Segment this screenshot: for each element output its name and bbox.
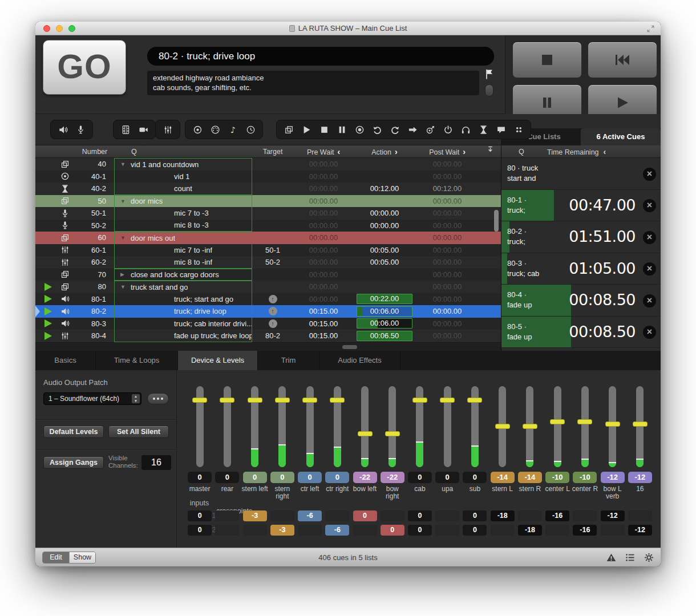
- cue-name-cell[interactable]: ▼door mics out: [114, 232, 252, 244]
- fader-handle[interactable]: [275, 398, 290, 403]
- cue-row-80-4[interactable]: 80-4fade up truck; drive loop80-200:15.0…: [35, 330, 501, 342]
- cue-name-cell[interactable]: truck; drive loop: [114, 305, 252, 318]
- fader-handle[interactable]: [385, 431, 400, 436]
- level-value-chip[interactable]: 0: [215, 472, 239, 483]
- go-button[interactable]: GO: [43, 40, 126, 95]
- assign-gangs-button[interactable]: Assign Gangs: [43, 456, 104, 469]
- active-cue-row[interactable]: 80-3 · truck; cab01:05.00×: [501, 253, 661, 285]
- fader-track[interactable]: [499, 386, 506, 467]
- crosspoint-cell[interactable]: 0: [408, 510, 432, 521]
- cue-row-40-1[interactable]: 40-1vid 100:00.0000:00.00: [35, 171, 501, 183]
- level-value-chip[interactable]: -22: [353, 472, 377, 483]
- crosspoint-cell[interactable]: [435, 510, 459, 521]
- cue-name-cell[interactable]: ▶close and lock cargo doors: [114, 269, 252, 281]
- crosspoint-cell[interactable]: [215, 525, 239, 536]
- fader-handle[interactable]: [633, 422, 648, 427]
- stop-button[interactable]: [512, 42, 582, 78]
- input-level-chip[interactable]: 0: [188, 510, 212, 521]
- input-level-chip[interactable]: 0: [188, 525, 212, 536]
- horizontal-scrollbar[interactable]: [35, 342, 501, 351]
- disclosure-closed-icon[interactable]: ▶: [120, 271, 124, 277]
- fader-handle[interactable]: [523, 424, 537, 429]
- level-value-chip[interactable]: -10: [545, 472, 569, 483]
- fader-handle[interactable]: [412, 398, 427, 403]
- speaker-icon[interactable]: [58, 124, 68, 135]
- redo-icon[interactable]: [390, 124, 400, 135]
- midi-icon[interactable]: [210, 124, 220, 135]
- cue-row-70[interactable]: 70▶close and lock cargo doors00:00.0000:…: [35, 269, 501, 281]
- stop-cue-button[interactable]: ×: [643, 294, 656, 307]
- crosspoint-cell[interactable]: 0: [408, 525, 432, 536]
- tab-active-cues[interactable]: 6 Active Cues: [581, 128, 661, 145]
- level-value-chip[interactable]: -12: [601, 472, 625, 483]
- cue-row-60[interactable]: 60▼door mics out00:00.0000:00.00: [35, 232, 501, 244]
- flag-icon[interactable]: [484, 68, 495, 82]
- cue-name-cell[interactable]: fade up truck; drive loop: [114, 330, 252, 342]
- audio-patch-dropdown[interactable]: 1 – Soundflower (64ch)▲▼: [43, 392, 141, 405]
- fader-handle[interactable]: [467, 398, 482, 403]
- cue-name-cell[interactable]: ▼vid 1 and countdown: [114, 158, 252, 171]
- close-window-button[interactable]: [43, 25, 50, 32]
- stop-cue-button[interactable]: ×: [643, 231, 656, 244]
- cue-name-cell[interactable]: ▼door mics: [114, 195, 252, 208]
- play-icon[interactable]: [301, 124, 311, 135]
- vertical-scrollbar-thumb[interactable]: [494, 210, 499, 232]
- note-icon[interactable]: ♪: [228, 124, 238, 135]
- level-value-chip[interactable]: -10: [573, 472, 597, 483]
- crosspoint-cell[interactable]: -3: [243, 510, 267, 521]
- fader-handle[interactable]: [440, 398, 455, 403]
- crosspoint-cell[interactable]: 0: [463, 525, 487, 536]
- crosspoint-cell[interactable]: -3: [270, 525, 294, 536]
- notes-toggle[interactable]: [485, 84, 493, 96]
- camera-icon[interactable]: [138, 124, 148, 135]
- minimize-window-button[interactable]: [56, 25, 63, 32]
- visible-channels-value[interactable]: 16: [141, 455, 171, 470]
- gear-icon[interactable]: [644, 553, 654, 565]
- level-value-chip[interactable]: 0: [243, 472, 267, 483]
- crosspoint-cell[interactable]: 0: [463, 510, 487, 521]
- cue-name-cell[interactable]: mic 8 to -3: [114, 220, 252, 232]
- groupcue-icon[interactable]: [284, 124, 294, 135]
- cue-name-cell[interactable]: truck; start and go: [114, 293, 252, 306]
- level-value-chip[interactable]: 0: [325, 472, 349, 483]
- tab-basics[interactable]: Basics: [35, 351, 96, 370]
- fader-track[interactable]: [526, 386, 533, 467]
- crosspoint-cell[interactable]: [435, 525, 459, 536]
- cue-row-50[interactable]: 50▼door mics00:00.0000:00.00: [35, 195, 501, 208]
- stop-cue-button[interactable]: ×: [643, 326, 656, 339]
- pre-wait-column-header[interactable]: Pre Wait‹: [293, 145, 354, 157]
- level-value-chip[interactable]: -22: [381, 472, 404, 483]
- tab-device-levels[interactable]: Device & Levels: [178, 351, 258, 370]
- fader-handle[interactable]: [330, 398, 345, 403]
- stop-cue-button[interactable]: ×: [643, 168, 656, 181]
- cue-row-80-2[interactable]: 80-2truck; drive loop↑00:15.0000:06.0000…: [35, 305, 501, 318]
- level-value-chip[interactable]: -12: [628, 472, 652, 483]
- load-icon[interactable]: [425, 124, 435, 135]
- level-value-chip[interactable]: -14: [491, 472, 515, 483]
- cue-row-40[interactable]: 40▼vid 1 and countdown00:00.0000:00.00: [35, 158, 501, 171]
- tab-audio-effects[interactable]: Audio Effects: [319, 351, 400, 370]
- mic-icon[interactable]: [75, 124, 86, 135]
- crosspoint-cell[interactable]: -16: [545, 510, 569, 521]
- fader-handle[interactable]: [302, 398, 317, 403]
- fader-track[interactable]: [581, 386, 589, 467]
- level-value-chip[interactable]: 0: [188, 472, 212, 483]
- crosspoint-cell[interactable]: 0: [381, 525, 404, 536]
- fader-handle[interactable]: [220, 398, 234, 403]
- cue-notes[interactable]: extended highway road ambiance cab sound…: [147, 71, 479, 95]
- crosspoint-cell[interactable]: [601, 525, 625, 536]
- horizontal-scrollbar-thumb[interactable]: [342, 345, 357, 349]
- crosspoint-cell[interactable]: [381, 510, 404, 521]
- crosspoint-cell[interactable]: [325, 510, 349, 521]
- fader-track[interactable]: [196, 386, 204, 467]
- target-icon[interactable]: [192, 124, 203, 135]
- crosspoint-cell[interactable]: [243, 525, 267, 536]
- crosspoint-cell[interactable]: 0: [353, 510, 377, 521]
- warning-icon[interactable]: [606, 553, 616, 565]
- crosspoint-cell[interactable]: -6: [325, 525, 349, 536]
- crosspoint-cell[interactable]: [545, 525, 569, 536]
- headphones-icon[interactable]: [460, 124, 471, 135]
- fader-track[interactable]: [389, 386, 396, 467]
- cue-row-80-3[interactable]: 80-3truck; cab interior drivi...↑00:15.0…: [35, 318, 501, 330]
- resize-icon[interactable]: [646, 25, 655, 35]
